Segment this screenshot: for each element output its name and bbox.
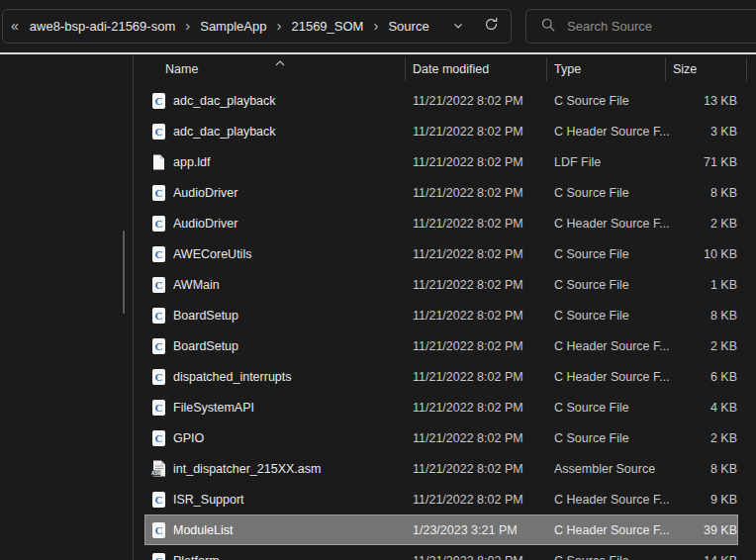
c-file-icon: C	[151, 92, 166, 110]
navigation-pane-scrollbar-thumb[interactable]	[123, 231, 125, 314]
file-size: 13 KB	[638, 94, 737, 108]
file-row[interactable]: C GPIO 11/21/2022 8:02 PM C Source File …	[144, 422, 738, 453]
file-date-modified: 11/21/2022 8:02 PM	[413, 339, 523, 353]
file-name: ISR_Support	[173, 493, 244, 507]
file-row[interactable]: C Platform 11/21/2022 8:02 PM C Source F…	[144, 545, 738, 560]
file-size: 8 KB	[638, 186, 737, 200]
refresh-icon	[484, 17, 499, 36]
file-row[interactable]: C AudioDriver 11/21/2022 8:02 PM C Sourc…	[144, 177, 738, 208]
file-type: C Source File	[554, 431, 629, 445]
file-date-modified: 11/21/2022 8:02 PM	[413, 309, 523, 323]
file-row[interactable]: C ModuleList 1/23/2023 3:21 PM C Header …	[144, 514, 738, 545]
file-row[interactable]: C BoardSetup 11/21/2022 8:02 PM C Header…	[144, 330, 738, 361]
file-name: AWECoreUtils	[173, 247, 251, 261]
file-type: C Source File	[554, 94, 629, 108]
search-bar	[525, 9, 756, 44]
c-file-icon: C	[151, 399, 166, 417]
file-date-modified: 11/21/2022 8:02 PM	[413, 431, 523, 445]
svg-text:ASM: ASM	[151, 471, 161, 476]
file-name: AudioDriver	[173, 186, 237, 200]
column-separator[interactable]	[665, 57, 666, 81]
file-date-modified: 11/21/2022 8:02 PM	[413, 401, 523, 415]
file-name: BoardSetup	[173, 309, 238, 323]
breadcrumb-separator-icon: ›	[368, 17, 383, 36]
column-header-type[interactable]: Type	[554, 62, 581, 76]
c-file-icon: C	[151, 368, 166, 386]
file-date-modified: 11/21/2022 8:02 PM	[413, 125, 523, 139]
c-file-icon: C	[151, 429, 166, 447]
toolbar: « awe8-bsp-adi-21569-som›SampleApp›21569…	[0, 0, 756, 52]
breadcrumb-item[interactable]: Source	[383, 17, 433, 36]
file-row[interactable]: C FileSystemAPI 11/21/2022 8:02 PM C Sou…	[144, 392, 738, 422]
breadcrumb: awe8-bsp-adi-21569-som›SampleApp›21569_S…	[25, 17, 446, 36]
file-type: C Source File	[554, 186, 629, 200]
file-row[interactable]: app.ldf 11/21/2022 8:02 PM LDF File 71 K…	[144, 146, 738, 177]
c-file-icon: C	[151, 552, 166, 560]
breadcrumb-separator-icon: ›	[180, 17, 195, 36]
file-row[interactable]: C AWECoreUtils 11/21/2022 8:02 PM C Sour…	[144, 238, 738, 269]
breadcrumb-item[interactable]: 21569_SOM	[286, 17, 368, 36]
column-header-size[interactable]: Size	[673, 62, 697, 76]
column-header-date-modified[interactable]: Date modified	[413, 62, 489, 76]
file-name: dispatched_interrupts	[173, 370, 292, 384]
file-name: AWMain	[173, 278, 220, 292]
file-size: 39 KB	[638, 523, 737, 537]
breadcrumb-item[interactable]: awe8-bsp-adi-21569-som	[25, 17, 180, 36]
chevron-down-icon	[452, 18, 464, 36]
file-row[interactable]: ASM int_dispatcher_215XX.asm 11/21/2022 …	[144, 453, 738, 484]
c-file-icon: C	[151, 245, 166, 263]
file-name: GPIO	[173, 431, 204, 445]
breadcrumb-collapse-icon[interactable]: «	[11, 18, 19, 34]
file-date-modified: 11/21/2022 8:02 PM	[413, 186, 523, 200]
file-size: 2 KB	[638, 217, 737, 231]
file-row[interactable]: C adc_dac_playback 11/21/2022 8:02 PM C …	[144, 85, 738, 116]
file-date-modified: 11/21/2022 8:02 PM	[413, 94, 523, 108]
file-name: FileSystemAPI	[173, 401, 254, 415]
c-file-icon: C	[151, 123, 166, 140]
file-date-modified: 11/21/2022 8:02 PM	[413, 247, 523, 261]
file-name: adc_dac_playback	[173, 125, 276, 139]
file-date-modified: 11/21/2022 8:02 PM	[413, 217, 523, 231]
file-size: 4 KB	[638, 401, 737, 415]
file-date-modified: 11/21/2022 8:02 PM	[413, 462, 523, 476]
file-name: int_dispatcher_215XX.asm	[173, 462, 321, 476]
file-date-modified: 11/21/2022 8:02 PM	[413, 278, 523, 292]
column-separator[interactable]	[546, 57, 547, 81]
search-input[interactable]	[567, 19, 754, 34]
navigation-pane	[0, 54, 133, 560]
c-file-icon: C	[151, 184, 166, 202]
file-size: 8 KB	[638, 309, 737, 323]
c-file-icon: C	[151, 521, 166, 539]
file-type: C Source File	[554, 309, 629, 323]
file-date-modified: 11/21/2022 8:02 PM	[413, 155, 523, 169]
file-size: 71 KB	[638, 155, 737, 169]
column-separator[interactable]	[746, 57, 747, 81]
file-size: 8 KB	[638, 462, 737, 476]
file-type: LDF File	[554, 155, 601, 169]
c-file-icon: C	[151, 491, 166, 509]
file-date-modified: 1/23/2023 3:21 PM	[413, 523, 518, 537]
file-list: C adc_dac_playback 11/21/2022 8:02 PM C …	[134, 85, 756, 560]
file-row[interactable]: C AWMain 11/21/2022 8:02 PM C Source Fil…	[144, 269, 738, 300]
refresh-button[interactable]	[479, 15, 503, 39]
column-header-name[interactable]: Name	[165, 62, 198, 76]
c-file-icon: C	[151, 337, 166, 355]
address-dropdown-button[interactable]	[446, 15, 470, 39]
file-row[interactable]: C dispatched_interrupts 11/21/2022 8:02 …	[144, 361, 738, 392]
file-type: C Source File	[554, 278, 629, 292]
file-name: adc_dac_playback	[173, 94, 276, 108]
file-date-modified: 11/21/2022 8:02 PM	[413, 370, 523, 384]
file-size: 14 KB	[638, 554, 737, 560]
file-date-modified: 11/21/2022 8:02 PM	[413, 554, 523, 560]
file-type: C Source File	[554, 554, 629, 560]
file-row[interactable]: C BoardSetup 11/21/2022 8:02 PM C Source…	[144, 300, 738, 330]
address-bar[interactable]: « awe8-bsp-adi-21569-som›SampleApp›21569…	[2, 9, 512, 44]
file-name: ModuleList	[173, 523, 233, 537]
file-type: C Source File	[554, 247, 629, 261]
file-date-modified: 11/21/2022 8:02 PM	[413, 493, 523, 507]
file-row[interactable]: C ISR_Support 11/21/2022 8:02 PM C Heade…	[144, 484, 738, 514]
file-row[interactable]: C adc_dac_playback 11/21/2022 8:02 PM C …	[144, 116, 738, 146]
file-row[interactable]: C AudioDriver 11/21/2022 8:02 PM C Heade…	[144, 208, 738, 238]
column-separator[interactable]	[405, 57, 406, 81]
breadcrumb-item[interactable]: SampleApp	[195, 17, 271, 36]
